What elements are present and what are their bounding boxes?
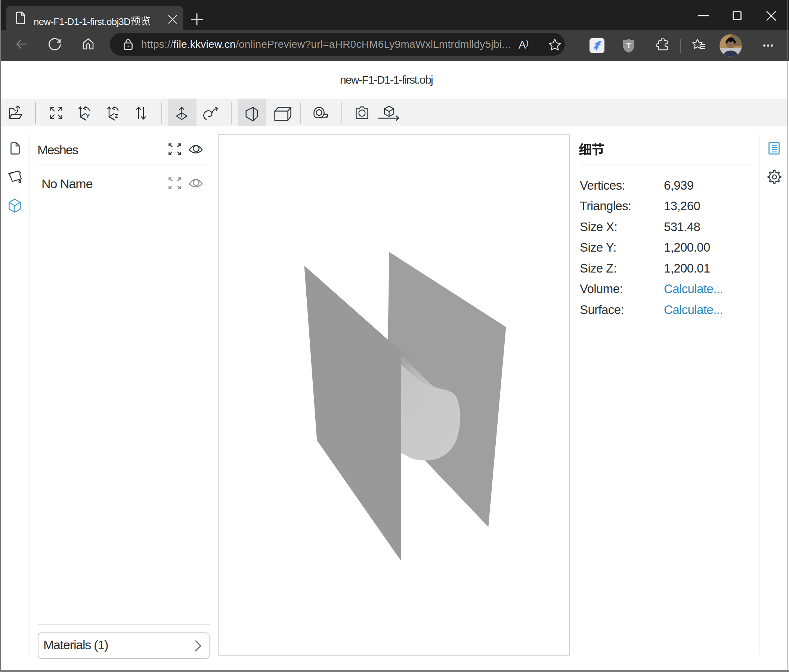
- svg-text:Y: Y: [86, 113, 89, 119]
- svg-text:Z: Z: [115, 113, 118, 119]
- svg-text:T: T: [626, 41, 631, 49]
